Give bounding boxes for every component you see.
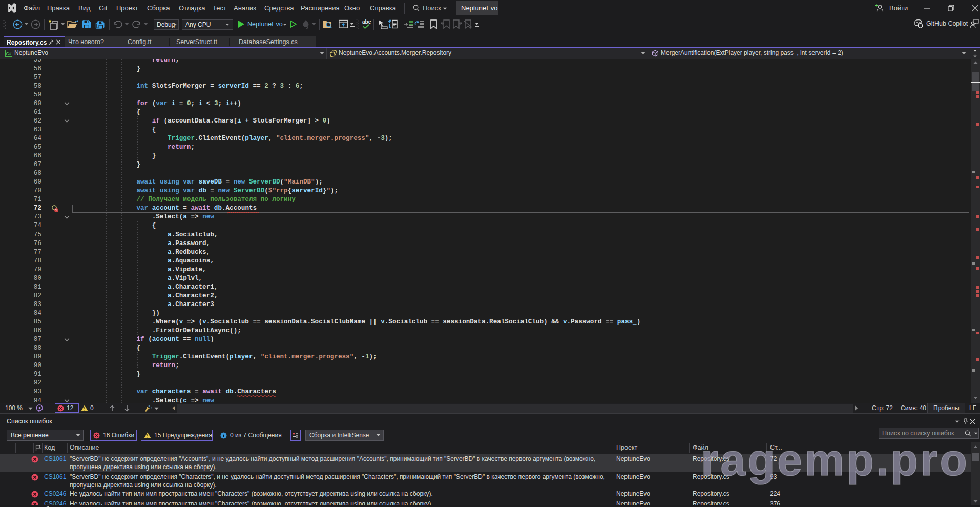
svg-text:C#: C# bbox=[6, 51, 12, 56]
